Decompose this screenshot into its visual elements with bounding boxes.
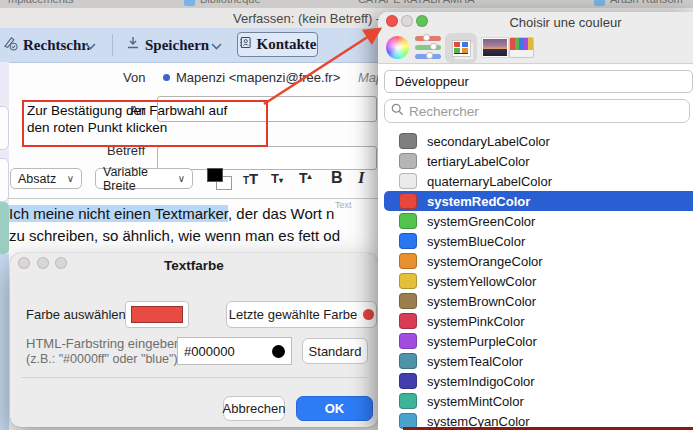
background-partial-button — [0, 106, 9, 150]
chevron-down-icon: ∨ — [178, 173, 185, 184]
color-row-secondaryLabelColor[interactable]: secondaryLabelColor — [384, 131, 693, 151]
color-row-systemMintColor[interactable]: systemMintColor — [384, 391, 693, 411]
color-name-label: systemTealColor — [427, 354, 523, 369]
spellcheck-button[interactable]: Rechtschr. — [3, 33, 90, 57]
pencils-icon — [509, 37, 534, 58]
color-name-label: secondaryLabelColor — [427, 134, 550, 149]
color-row-systemPurpleColor[interactable]: systemPurpleColor — [384, 331, 693, 351]
cancel-button[interactable]: Abbrechen — [223, 396, 285, 421]
spellcheck-label: Rechtschr. — [23, 37, 90, 54]
color-row-quaternaryLabelColor[interactable]: quaternaryLabelColor — [384, 171, 693, 191]
color-row-systemPinkColor[interactable]: systemPinkColor — [384, 311, 693, 331]
body-text-line2: zu schreiben, so ähnlich, wie wenn man e… — [9, 227, 340, 244]
background-text-fragment: Bibliothèque — [200, 0, 261, 5]
selected-text: Ich meine nicht einen Textmarker — [9, 205, 228, 222]
minimize-button[interactable] — [401, 15, 413, 27]
color-name-label: systemIndigoColor — [427, 374, 535, 389]
image-tab[interactable] — [481, 33, 509, 61]
screenshot-root: mplacementsBibliothèqueСАТАРЕ КАТАВГАМНА… — [0, 0, 693, 430]
html-color-input-wrap — [177, 337, 292, 365]
bold-button[interactable]: B — [331, 169, 343, 187]
color-swatch — [399, 393, 417, 409]
text-color-picker-widget[interactable] — [207, 168, 234, 192]
color-row-systemIndigoColor[interactable]: systemIndigoColor — [384, 371, 693, 391]
color-row-tertiaryLabelColor[interactable]: tertiaryLabelColor — [384, 151, 693, 171]
color-name-label: systemMintColor — [427, 394, 524, 409]
body-text-line1: , der das Wort n — [228, 205, 334, 222]
pencils-tab[interactable] — [507, 33, 535, 61]
pick-color-label: Farbe auswählen: — [26, 307, 129, 322]
html-color-dot — [272, 345, 285, 358]
color-swatch — [399, 353, 417, 369]
color-picker-window: Choisir une couleur Développeur — [378, 12, 693, 430]
standard-button[interactable]: Standard — [302, 338, 368, 364]
color-name-label: systemRedColor — [427, 194, 530, 209]
color-row-systemTealColor[interactable]: systemTealColor — [384, 351, 693, 371]
color-name-label: tertiaryLabelColor — [427, 154, 530, 169]
palettes-tab-selected[interactable] — [445, 33, 477, 63]
last-color-label: Letzte gewählte Farbe — [229, 307, 358, 322]
search-input[interactable] — [409, 104, 683, 119]
color-row-systemBrownColor[interactable]: systemBrownColor — [384, 291, 693, 311]
save-button[interactable]: Speichern — [126, 33, 209, 57]
font-size-icon[interactable]: TT — [243, 170, 258, 188]
sliders-tab[interactable] — [414, 33, 442, 61]
close-button[interactable] — [386, 15, 398, 27]
save-label: Speichern — [145, 37, 209, 54]
font-select[interactable]: Variable Breite ∨ — [95, 168, 193, 189]
chevron-down-icon — [85, 37, 96, 54]
color-swatch — [399, 173, 417, 189]
picker-titlebar[interactable]: Choisir une couleur — [378, 12, 693, 64]
color-row-systemYellowColor[interactable]: systemYellowColor — [384, 271, 693, 291]
chevron-down-icon: ∨ — [67, 173, 74, 184]
color-name-label: quaternaryLabelColor — [427, 174, 552, 189]
color-row-systemBlueColor[interactable]: systemBlueColor — [384, 231, 693, 251]
last-color-button[interactable]: Letzte gewählte Farbe — [226, 301, 377, 328]
standard-label: Standard — [309, 344, 362, 359]
color-row-systemGreenColor[interactable]: systemGreenColor — [384, 211, 693, 231]
zoom-button[interactable] — [416, 15, 428, 27]
increase-font-icon[interactable]: T▴ — [299, 170, 312, 186]
save-dropdown[interactable] — [211, 33, 222, 57]
italic-button[interactable]: I — [358, 168, 365, 188]
image-icon — [482, 38, 508, 57]
html-string-label-line2: (z.B.: "#0000ff" oder "blue"): — [26, 352, 181, 366]
decrease-font-icon[interactable]: T▾ — [271, 171, 283, 186]
annotation-line2: den roten Punkt klicken — [27, 120, 167, 135]
dialog-title: Textfarbe — [10, 258, 378, 273]
background-partial-button — [0, 158, 9, 202]
paragraph-format-select[interactable]: Absatz ∨ — [10, 168, 82, 189]
background-tab-icon — [594, 0, 605, 6]
ok-button[interactable]: OK — [296, 396, 373, 421]
paragraph-format-label: Absatz — [18, 172, 56, 186]
subject-field[interactable] — [157, 146, 377, 170]
color-swatch — [399, 153, 417, 169]
spellcheck-icon — [3, 36, 18, 55]
color-row-systemRedColor[interactable]: systemRedColor — [384, 191, 693, 211]
cancel-label: Abbrechen — [223, 401, 286, 416]
background-text-fragment: Arash Ransom — [610, 0, 683, 5]
color-name-label: systemPurpleColor — [427, 334, 537, 349]
contacts-label: Kontakte — [257, 36, 317, 53]
color-name-label: systemPinkColor — [427, 314, 525, 329]
spellcheck-dropdown[interactable] — [85, 33, 96, 57]
color-row-systemOrangeColor[interactable]: systemOrangeColor — [384, 251, 693, 271]
from-value[interactable]: Mapenzi <mapenzi@free.fr> — [176, 70, 340, 85]
search-field — [384, 99, 690, 123]
search-icon — [391, 102, 404, 120]
divider — [21, 377, 367, 378]
color-swatch — [399, 333, 417, 349]
sliders-icon — [415, 36, 441, 41]
chevron-down-icon — [211, 37, 222, 54]
chosen-color-well[interactable] — [125, 301, 189, 328]
color-swatch — [399, 233, 417, 249]
color-swatch — [399, 313, 417, 329]
palette-select[interactable]: Développeur — [384, 70, 693, 93]
color-name-label: systemBlueColor — [427, 234, 525, 249]
color-wheel-tab[interactable] — [385, 33, 409, 61]
annotation-line1: Zur Bestätigung der Farbwahl auf — [27, 103, 227, 118]
foreground-color-swatch[interactable] — [207, 168, 223, 182]
contacts-button[interactable]: Kontakte — [237, 32, 318, 57]
address-book-icon — [239, 36, 252, 53]
html-color-input[interactable] — [184, 344, 254, 359]
